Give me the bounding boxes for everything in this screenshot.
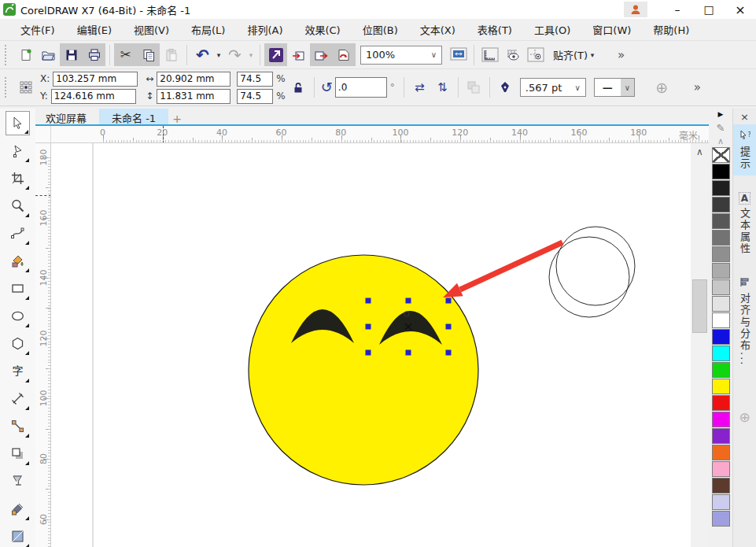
open-button[interactable] <box>37 43 60 66</box>
color-swatch[interactable] <box>712 329 730 345</box>
save-button[interactable] <box>60 43 83 66</box>
ruler-origin-box[interactable] <box>35 126 51 143</box>
tool-connector[interactable] <box>6 414 30 438</box>
color-swatch[interactable] <box>712 494 730 510</box>
menu-effects[interactable]: 效果(C) <box>293 19 351 40</box>
color-swatch[interactable] <box>712 312 730 328</box>
docker-close-icon[interactable]: × <box>733 109 756 124</box>
application-launcher-button[interactable] <box>264 43 287 66</box>
color-swatch[interactable] <box>712 197 730 213</box>
line-style-dropdown[interactable]: ∨ <box>621 79 634 96</box>
canvas-vertical-scrollbar[interactable]: ∧ <box>691 143 709 547</box>
tool-smart-fill[interactable] <box>6 249 30 273</box>
menu-bitmaps[interactable]: 位图(B) <box>352 19 409 40</box>
menu-table[interactable]: 表格(T) <box>467 19 523 40</box>
snap-menu-button[interactable]: 贴齐(T) ▾ <box>547 43 603 66</box>
color-swatch[interactable] <box>712 213 730 229</box>
tool-transparency[interactable] <box>6 469 30 493</box>
scrollbar-thumb[interactable] <box>692 279 707 333</box>
horizontal-ruler[interactable]: 毫米 020406080100120140160180 <box>51 126 709 143</box>
tool-shape[interactable] <box>6 139 30 163</box>
tool-text[interactable]: 字 <box>6 359 30 383</box>
docker-tab-hints[interactable]: ? 提示 <box>733 124 756 176</box>
color-swatch[interactable] <box>712 346 730 361</box>
publish-pdf-button[interactable] <box>333 43 356 66</box>
fullscreen-preview-button[interactable] <box>447 43 470 66</box>
minimize-button[interactable]: – <box>662 0 693 19</box>
color-swatch[interactable] <box>712 180 730 196</box>
color-swatch[interactable] <box>712 412 730 427</box>
y-position-field[interactable] <box>51 89 136 104</box>
color-swatch[interactable] <box>712 478 730 493</box>
new-document-button[interactable] <box>14 43 37 66</box>
scroll-up-button[interactable]: ∧ <box>691 143 709 160</box>
drawing-canvas[interactable] <box>51 143 691 547</box>
color-swatch[interactable] <box>712 511 730 527</box>
menu-layout[interactable]: 布局(L) <box>180 19 236 40</box>
tool-zoom[interactable] <box>6 194 30 218</box>
tool-ellipse[interactable] <box>6 304 30 328</box>
docker-add-button[interactable]: ⊕ <box>739 409 750 425</box>
toolbar-drag-handle[interactable] <box>5 45 9 65</box>
face-circle[interactable] <box>249 255 478 485</box>
outline-circle-1[interactable] <box>556 227 635 305</box>
color-swatch[interactable] <box>712 379 730 394</box>
tab-welcome-screen[interactable]: 欢迎屏幕 <box>33 109 99 126</box>
mirror-vertical-button[interactable]: ⇅ <box>431 76 454 99</box>
show-grid-button[interactable] <box>501 43 524 66</box>
tool-parallel-dimension[interactable] <box>6 386 30 411</box>
color-swatch[interactable] <box>712 279 730 295</box>
tool-freehand[interactable] <box>6 221 30 246</box>
print-button[interactable] <box>83 43 105 66</box>
object-height-field[interactable] <box>157 89 230 104</box>
show-rulers-button[interactable] <box>478 43 501 66</box>
tab-untitled-1[interactable]: 未命名 -1 <box>99 109 168 126</box>
cut-button[interactable]: ✂ <box>114 43 137 66</box>
menu-arrange[interactable]: 排列(A) <box>236 19 293 40</box>
copy-button[interactable] <box>137 43 160 66</box>
object-width-field[interactable] <box>157 72 230 87</box>
color-swatch[interactable] <box>712 246 730 262</box>
color-swatch[interactable] <box>712 445 730 460</box>
snap-to-button[interactable] <box>524 43 547 66</box>
scale-horizontal-field[interactable] <box>237 72 273 87</box>
tool-polygon[interactable] <box>6 331 30 356</box>
menu-view[interactable]: 视图(V) <box>123 19 180 40</box>
menu-tools[interactable]: 工具(O) <box>523 19 581 40</box>
guideline-pen-icon[interactable]: ✎ <box>709 120 732 135</box>
import-button[interactable] <box>287 43 310 66</box>
docker-tab-align-distribute[interactable]: 对齐与分布... <box>733 272 756 371</box>
menu-edit[interactable]: 编辑(E) <box>66 19 123 40</box>
undo-button[interactable]: ↶ <box>191 43 214 66</box>
rotation-angle-field[interactable] <box>335 77 387 98</box>
color-swatch[interactable] <box>712 296 730 312</box>
vertical-ruler[interactable]: 1801601401201008060 <box>35 143 51 547</box>
docker-tab-text-properties[interactable]: A 文本属性 <box>733 187 756 261</box>
menu-window[interactable]: 窗口(W) <box>581 19 642 40</box>
close-button[interactable]: × <box>725 0 756 19</box>
toolbar-overflow-button[interactable]: » <box>610 43 632 66</box>
line-style-combobox[interactable]: — ∨ <box>594 78 635 97</box>
menu-file[interactable]: 文件(F) <box>9 19 66 40</box>
zoom-level-combobox[interactable]: 100% ∨ <box>360 46 442 65</box>
menu-help[interactable]: 帮助(H) <box>642 19 700 40</box>
propbar-overflow-button[interactable]: » <box>686 76 709 99</box>
color-swatch[interactable] <box>712 362 730 378</box>
scale-vertical-field[interactable] <box>237 89 273 104</box>
tool-interactive-fill[interactable] <box>6 524 30 547</box>
export-button[interactable] <box>310 43 333 66</box>
propbar-drag-handle[interactable] <box>5 77 9 98</box>
palette-scroll-up-icon[interactable]: ∧ <box>709 135 732 147</box>
color-swatch[interactable] <box>712 164 730 179</box>
undo-dropdown[interactable]: ▾ <box>214 43 223 66</box>
color-swatch[interactable] <box>712 428 730 444</box>
palette-flyout-icon[interactable]: ▶ <box>709 109 732 120</box>
mirror-horizontal-button[interactable]: ⇄ <box>408 76 431 99</box>
color-swatch[interactable] <box>712 230 730 246</box>
tool-drop-shadow[interactable] <box>6 442 30 466</box>
menu-text[interactable]: 文本(X) <box>409 19 467 40</box>
lock-ratio-icon[interactable] <box>287 76 310 99</box>
account-button[interactable] <box>624 2 647 17</box>
tool-color-eyedropper[interactable] <box>6 497 30 521</box>
tool-pick[interactable] <box>6 111 30 135</box>
